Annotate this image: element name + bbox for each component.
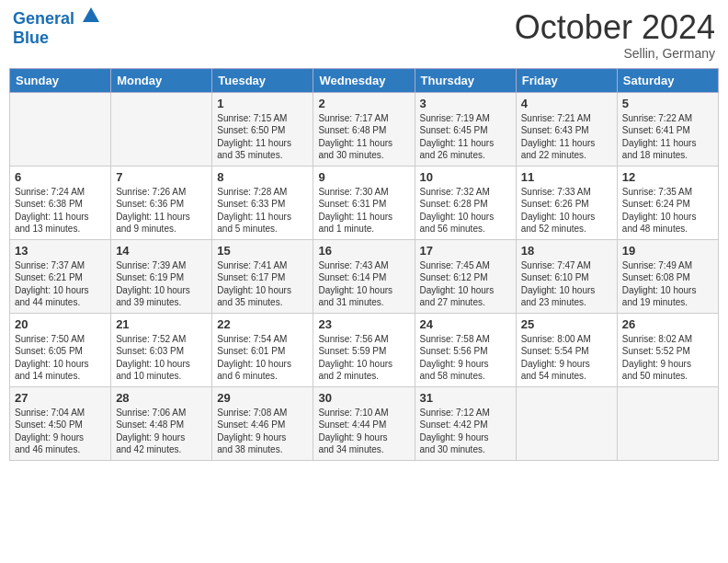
week-row-2: 13Sunrise: 7:37 AM Sunset: 6:21 PM Dayli… [10, 239, 719, 313]
day-info: Sunrise: 7:39 AM Sunset: 6:19 PM Dayligh… [116, 259, 207, 309]
logo-line1: General [13, 9, 101, 29]
calendar-table: SundayMondayTuesdayWednesdayThursdayFrid… [9, 68, 719, 461]
day-number: 29 [217, 391, 308, 405]
day-number: 28 [116, 391, 207, 405]
day-cell: 19Sunrise: 7:49 AM Sunset: 6:08 PM Dayli… [617, 239, 718, 313]
day-number: 1 [217, 97, 308, 110]
logo: General Blue [13, 9, 101, 48]
day-number: 20 [15, 317, 106, 331]
day-info: Sunrise: 7:50 AM Sunset: 6:05 PM Dayligh… [15, 333, 106, 383]
day-number: 5 [622, 97, 713, 110]
day-cell [10, 92, 111, 166]
day-number: 3 [420, 97, 511, 110]
day-info: Sunrise: 7:04 AM Sunset: 4:50 PM Dayligh… [15, 407, 106, 456]
day-number: 15 [217, 244, 308, 258]
title-block: October 2024 Sellin, Germany [515, 9, 715, 61]
header-tuesday: Tuesday [212, 68, 313, 92]
day-cell: 31Sunrise: 7:12 AM Sunset: 4:42 PM Dayli… [415, 386, 516, 460]
day-cell: 5Sunrise: 7:22 AM Sunset: 6:41 PM Daylig… [617, 92, 718, 166]
day-info: Sunrise: 7:21 AM Sunset: 6:43 PM Dayligh… [521, 112, 612, 162]
day-cell: 27Sunrise: 7:04 AM Sunset: 4:50 PM Dayli… [10, 386, 111, 460]
day-number: 16 [318, 244, 409, 258]
day-number: 13 [15, 244, 106, 258]
header-thursday: Thursday [415, 68, 516, 92]
day-cell: 14Sunrise: 7:39 AM Sunset: 6:19 PM Dayli… [111, 239, 212, 313]
day-number: 30 [318, 391, 409, 405]
day-info: Sunrise: 7:33 AM Sunset: 6:26 PM Dayligh… [521, 186, 612, 236]
day-info: Sunrise: 7:28 AM Sunset: 6:33 PM Dayligh… [217, 186, 308, 236]
day-cell: 26Sunrise: 8:02 AM Sunset: 5:52 PM Dayli… [617, 313, 718, 386]
day-cell: 20Sunrise: 7:50 AM Sunset: 6:05 PM Dayli… [10, 313, 111, 386]
day-cell: 25Sunrise: 8:00 AM Sunset: 5:54 PM Dayli… [516, 313, 617, 386]
day-info: Sunrise: 7:06 AM Sunset: 4:48 PM Dayligh… [116, 407, 207, 456]
day-info: Sunrise: 7:10 AM Sunset: 4:44 PM Dayligh… [318, 407, 409, 456]
header-sunday: Sunday [10, 68, 111, 92]
day-info: Sunrise: 7:52 AM Sunset: 6:03 PM Dayligh… [116, 333, 207, 383]
day-number: 17 [420, 244, 511, 258]
day-number: 21 [116, 317, 207, 331]
day-info: Sunrise: 7:41 AM Sunset: 6:17 PM Dayligh… [217, 259, 308, 309]
day-info: Sunrise: 7:17 AM Sunset: 6:48 PM Dayligh… [318, 112, 409, 162]
header-friday: Friday [516, 68, 617, 92]
day-info: Sunrise: 7:19 AM Sunset: 6:45 PM Dayligh… [420, 112, 511, 162]
logo-line2: Blue [13, 29, 101, 48]
day-cell [617, 386, 718, 460]
header-monday: Monday [111, 68, 212, 92]
day-cell: 17Sunrise: 7:45 AM Sunset: 6:12 PM Dayli… [415, 239, 516, 313]
day-cell: 30Sunrise: 7:10 AM Sunset: 4:44 PM Dayli… [313, 386, 415, 460]
day-cell: 24Sunrise: 7:58 AM Sunset: 5:56 PM Dayli… [415, 313, 516, 386]
week-row-1: 6Sunrise: 7:24 AM Sunset: 6:38 PM Daylig… [10, 166, 719, 239]
day-cell: 29Sunrise: 7:08 AM Sunset: 4:46 PM Dayli… [212, 386, 313, 460]
day-number: 14 [116, 244, 207, 258]
day-cell: 16Sunrise: 7:43 AM Sunset: 6:14 PM Dayli… [313, 239, 415, 313]
svg-marker-0 [83, 7, 99, 22]
day-info: Sunrise: 7:54 AM Sunset: 6:01 PM Dayligh… [217, 333, 308, 383]
day-info: Sunrise: 7:32 AM Sunset: 6:28 PM Dayligh… [420, 186, 511, 236]
day-number: 12 [622, 170, 713, 184]
day-info: Sunrise: 7:35 AM Sunset: 6:24 PM Dayligh… [622, 186, 713, 236]
day-number: 23 [318, 317, 409, 331]
day-cell [516, 386, 617, 460]
day-number: 7 [116, 170, 207, 184]
day-info: Sunrise: 7:43 AM Sunset: 6:14 PM Dayligh… [318, 259, 409, 309]
page-header: General Blue October 2024 Sellin, German… [9, 9, 719, 61]
day-cell: 13Sunrise: 7:37 AM Sunset: 6:21 PM Dayli… [10, 239, 111, 313]
day-cell: 8Sunrise: 7:28 AM Sunset: 6:33 PM Daylig… [212, 166, 313, 239]
day-number: 18 [521, 244, 612, 258]
day-info: Sunrise: 7:37 AM Sunset: 6:21 PM Dayligh… [15, 259, 106, 309]
day-cell: 1Sunrise: 7:15 AM Sunset: 6:50 PM Daylig… [212, 92, 313, 166]
day-info: Sunrise: 7:24 AM Sunset: 6:38 PM Dayligh… [15, 186, 106, 236]
header-row: SundayMondayTuesdayWednesdayThursdayFrid… [10, 68, 719, 92]
day-number: 2 [318, 97, 409, 110]
week-row-3: 20Sunrise: 7:50 AM Sunset: 6:05 PM Dayli… [10, 313, 719, 386]
day-info: Sunrise: 7:45 AM Sunset: 6:12 PM Dayligh… [420, 259, 511, 309]
header-saturday: Saturday [617, 68, 718, 92]
day-cell: 6Sunrise: 7:24 AM Sunset: 6:38 PM Daylig… [10, 166, 111, 239]
day-number: 22 [217, 317, 308, 331]
day-info: Sunrise: 8:00 AM Sunset: 5:54 PM Dayligh… [521, 333, 612, 383]
day-number: 27 [15, 391, 106, 405]
day-info: Sunrise: 7:15 AM Sunset: 6:50 PM Dayligh… [217, 112, 308, 162]
day-info: Sunrise: 7:12 AM Sunset: 4:42 PM Dayligh… [420, 407, 511, 456]
day-info: Sunrise: 7:22 AM Sunset: 6:41 PM Dayligh… [622, 112, 713, 162]
location-subtitle: Sellin, Germany [515, 46, 715, 61]
day-cell: 9Sunrise: 7:30 AM Sunset: 6:31 PM Daylig… [313, 166, 415, 239]
day-number: 31 [420, 391, 511, 405]
day-number: 6 [15, 170, 106, 184]
day-cell: 10Sunrise: 7:32 AM Sunset: 6:28 PM Dayli… [415, 166, 516, 239]
day-number: 10 [420, 170, 511, 184]
day-number: 25 [521, 317, 612, 331]
day-cell [111, 92, 212, 166]
day-info: Sunrise: 7:08 AM Sunset: 4:46 PM Dayligh… [217, 407, 308, 456]
day-number: 4 [521, 97, 612, 110]
day-number: 26 [622, 317, 713, 331]
day-info: Sunrise: 7:47 AM Sunset: 6:10 PM Dayligh… [521, 259, 612, 309]
day-cell: 2Sunrise: 7:17 AM Sunset: 6:48 PM Daylig… [313, 92, 415, 166]
day-number: 9 [318, 170, 409, 184]
header-wednesday: Wednesday [313, 68, 415, 92]
day-cell: 12Sunrise: 7:35 AM Sunset: 6:24 PM Dayli… [617, 166, 718, 239]
day-info: Sunrise: 8:02 AM Sunset: 5:52 PM Dayligh… [622, 333, 713, 383]
day-cell: 11Sunrise: 7:33 AM Sunset: 6:26 PM Dayli… [516, 166, 617, 239]
week-row-0: 1Sunrise: 7:15 AM Sunset: 6:50 PM Daylig… [10, 92, 719, 166]
day-cell: 7Sunrise: 7:26 AM Sunset: 6:36 PM Daylig… [111, 166, 212, 239]
